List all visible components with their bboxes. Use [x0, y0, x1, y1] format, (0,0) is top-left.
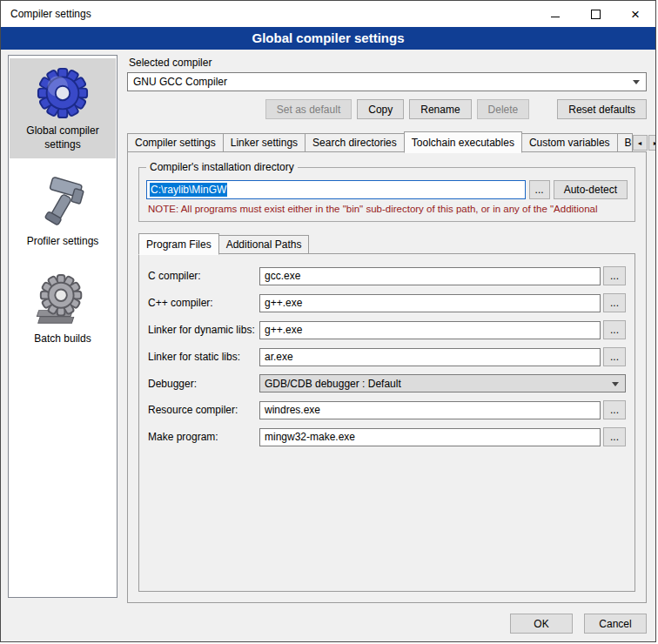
make-program-row: Make program: mingw32-make.exe ...	[148, 427, 626, 446]
cpp-compiler-value: g++.exe	[265, 297, 302, 309]
scroll-right-icon: ►	[653, 140, 656, 146]
c-compiler-input[interactable]: gcc.exe	[259, 267, 601, 285]
resource-compiler-browse-button[interactable]: ...	[603, 400, 626, 419]
sidebar: Global compiler settings Profiler settin…	[8, 55, 118, 598]
main-panel: Selected compiler GNU GCC Compiler Set a…	[127, 57, 647, 603]
window-title: Compiler settings	[1, 8, 91, 20]
copy-button[interactable]: Copy	[357, 99, 404, 119]
dialog-content: Global compiler settings Profiler settin…	[1, 50, 655, 641]
compiler-actions: Set as default Copy Rename Delete Reset …	[127, 99, 647, 119]
set-as-default-button[interactable]: Set as default	[265, 99, 352, 119]
sidebar-item-global-compiler-settings[interactable]: Global compiler settings	[10, 58, 116, 158]
tab-scroll-left-button[interactable]: ◄	[633, 135, 648, 151]
cpp-compiler-label: C++ compiler:	[148, 297, 259, 309]
debugger-label: Debugger:	[148, 378, 259, 390]
install-dir-value: C:\raylib\MinGW	[150, 183, 227, 197]
debugger-value: GDB/CDB debugger : Default	[265, 378, 401, 390]
dynamic-linker-value: g++.exe	[265, 324, 302, 336]
make-program-browse-button[interactable]: ...	[603, 427, 626, 446]
toolchain-executables-panel: Compiler's installation directory C:\ray…	[127, 151, 647, 603]
delete-button[interactable]: Delete	[477, 99, 530, 119]
minimize-icon	[551, 17, 560, 17]
dynamic-linker-browse-button[interactable]: ...	[603, 320, 626, 339]
sidebar-item-label: Global compiler settings	[11, 124, 114, 151]
program-files-panel: C compiler: gcc.exe ... C++ compiler: g+…	[138, 253, 635, 592]
title-bar: Compiler settings ×	[1, 1, 655, 27]
tab-additional-paths[interactable]: Additional Paths	[218, 235, 310, 254]
compiler-settings-window: Compiler settings × Global compiler sett…	[0, 0, 656, 642]
install-dir-input[interactable]: C:\raylib\MinGW	[146, 180, 526, 199]
static-linker-browse-button[interactable]: ...	[603, 347, 626, 366]
blue-gear-icon	[36, 65, 90, 119]
maximize-icon	[591, 10, 601, 19]
dynamic-linker-row: Linker for dynamic libs: g++.exe ...	[148, 320, 626, 339]
static-linker-input[interactable]: ar.exe	[259, 348, 601, 366]
tab-scroll-buttons: ◄ ►	[633, 135, 656, 152]
debugger-dropdown[interactable]: GDB/CDB debugger : Default	[259, 374, 626, 392]
gray-gear-stack-icon	[36, 273, 90, 327]
settings-tab-bar: Compiler settings Linker settings Search…	[127, 131, 647, 152]
resource-compiler-label: Resource compiler:	[148, 404, 259, 416]
tab-linker-settings[interactable]: Linker settings	[223, 133, 306, 152]
cancel-button[interactable]: Cancel	[584, 614, 647, 634]
window-controls: ×	[535, 1, 655, 27]
tab-build-options[interactable]: Buil	[617, 133, 633, 152]
close-icon: ×	[631, 7, 640, 22]
tab-toolchain-executables[interactable]: Toolchain executables	[404, 131, 522, 153]
program-files-tab-bar: Program Files Additional Paths	[138, 233, 635, 254]
tab-custom-variables[interactable]: Custom variables	[521, 133, 618, 152]
dynamic-linker-label: Linker for dynamic libs:	[148, 324, 259, 336]
auto-detect-button[interactable]: Auto-detect	[554, 180, 628, 199]
bin-subdirectory-note: NOTE: All programs must exist either in …	[148, 204, 626, 214]
chevron-down-icon	[633, 80, 640, 84]
sidebar-item-batch-builds[interactable]: Batch builds	[10, 266, 116, 353]
c-compiler-label: C compiler:	[148, 270, 259, 282]
install-dir-browse-button[interactable]: ...	[529, 180, 550, 199]
tab-scroll-right-button[interactable]: ►	[648, 135, 656, 151]
c-compiler-value: gcc.exe	[265, 270, 300, 282]
sidebar-item-label: Profiler settings	[11, 235, 114, 249]
ok-button[interactable]: OK	[510, 614, 573, 634]
tab-compiler-settings[interactable]: Compiler settings	[127, 133, 224, 152]
installation-directory-row: C:\raylib\MinGW ... Auto-detect	[146, 180, 628, 199]
installation-directory-group: Compiler's installation directory C:\ray…	[138, 161, 635, 222]
scroll-left-icon: ◄	[637, 140, 643, 146]
dialog-footer: OK Cancel	[510, 614, 647, 634]
chevron-down-icon	[612, 382, 619, 386]
profiler-tool-icon	[36, 176, 90, 230]
static-linker-row: Linker for static libs: ar.exe ...	[148, 347, 626, 366]
selected-compiler-label: Selected compiler	[129, 57, 647, 69]
installation-directory-label: Compiler's installation directory	[146, 161, 298, 173]
static-linker-label: Linker for static libs:	[148, 351, 259, 363]
cpp-compiler-browse-button[interactable]: ...	[603, 293, 626, 312]
minimize-button[interactable]	[535, 1, 575, 27]
sidebar-item-profiler-settings[interactable]: Profiler settings	[10, 169, 116, 256]
page-title: Global compiler settings	[1, 27, 655, 50]
reset-defaults-button[interactable]: Reset defaults	[557, 99, 647, 119]
make-program-input[interactable]: mingw32-make.exe	[259, 428, 601, 446]
selected-compiler-dropdown[interactable]: GNU GCC Compiler	[127, 72, 647, 91]
rename-button[interactable]: Rename	[409, 99, 471, 119]
tab-search-directories[interactable]: Search directories	[305, 133, 405, 152]
resource-compiler-value: windres.exe	[265, 404, 320, 416]
close-button[interactable]: ×	[615, 1, 655, 27]
maximize-button[interactable]	[575, 1, 615, 27]
c-compiler-row: C compiler: gcc.exe ...	[148, 266, 626, 285]
static-linker-value: ar.exe	[265, 351, 293, 363]
debugger-row: Debugger: GDB/CDB debugger : Default	[148, 374, 626, 392]
dynamic-linker-input[interactable]: g++.exe	[259, 321, 601, 339]
cpp-compiler-input[interactable]: g++.exe	[259, 294, 601, 312]
c-compiler-browse-button[interactable]: ...	[603, 266, 626, 285]
cpp-compiler-row: C++ compiler: g++.exe ...	[148, 293, 626, 312]
selected-compiler-value: GNU GCC Compiler	[133, 76, 227, 88]
resource-compiler-row: Resource compiler: windres.exe ...	[148, 400, 626, 419]
make-program-value: mingw32-make.exe	[265, 431, 355, 443]
resource-compiler-input[interactable]: windres.exe	[259, 401, 601, 419]
tab-program-files[interactable]: Program Files	[138, 233, 219, 255]
sidebar-item-label: Batch builds	[11, 332, 114, 346]
make-program-label: Make program:	[148, 431, 259, 443]
